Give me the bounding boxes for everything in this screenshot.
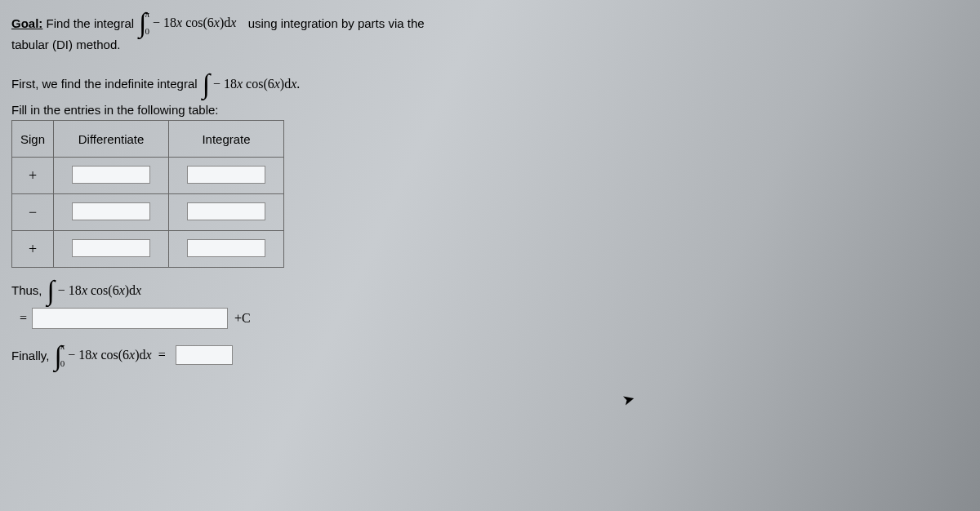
integrand-final: − 18x cos(6x)dx = — [68, 348, 165, 362]
header-sign: Sign — [12, 121, 54, 158]
diff-input-2[interactable] — [72, 202, 150, 220]
equals-sign: = — [20, 311, 27, 326]
integrand-thus: − 18x cos(6x)dx — [58, 283, 141, 298]
goal-line-1: Goal: Find the integral ∫ π 0 − 18x cos(… — [11, 11, 969, 34]
equals-line: = +C — [11, 308, 969, 329]
integral-sign-icon: ∫ — [203, 73, 210, 95]
goal-label: Goal: — [11, 16, 42, 30]
cursor-icon: ➤ — [620, 389, 636, 409]
finally-line: Finally, ∫ π 0 − 18x cos(6x)dx = — [11, 344, 969, 367]
sign-cell: + — [29, 167, 37, 184]
fill-line: Fill in the entries in the following tab… — [11, 103, 969, 117]
goal-text: Find the integral — [42, 16, 134, 30]
header-int: Integrate — [169, 121, 284, 158]
indefinite-integral: ∫ − 18x cos(6x)dx. — [203, 73, 301, 95]
integrand-goal: − 18x cos(6x)dx — [153, 16, 236, 30]
indef-integral-thus: ∫ − 18x cos(6x)dx — [47, 279, 142, 301]
first-text: First, we find the indefinite integral — [11, 77, 198, 91]
problem-page: Goal: Find the integral ∫ π 0 − 18x cos(… — [0, 0, 980, 378]
int-input-2[interactable] — [187, 202, 265, 220]
header-diff: Differentiate — [54, 121, 169, 158]
thus-label: Thus, — [11, 283, 42, 297]
integral-sign-icon: ∫ — [47, 279, 55, 301]
table-row: − — [12, 194, 284, 231]
finally-label: Finally, — [11, 349, 49, 362]
indefinite-line: First, we find the indefinite integral ∫… — [11, 73, 969, 95]
sign-cell: − — [29, 204, 37, 220]
final-answer-input[interactable] — [176, 345, 233, 365]
int-input-3[interactable] — [187, 239, 265, 257]
goal-tail: using integration by parts via the — [241, 16, 424, 30]
diff-input-3[interactable] — [72, 239, 150, 257]
antiderivative-input[interactable] — [32, 308, 228, 329]
di-table: Sign Differentiate Integrate + − + — [11, 120, 284, 268]
definite-integral-final: ∫ π 0 − 18x cos(6x)dx = — [54, 344, 165, 367]
di-header-row: Sign Differentiate Integrate — [12, 121, 284, 158]
integrand-indef: − 18x cos(6x)dx. — [213, 77, 300, 91]
goal-line-2: tabular (DI) method. — [11, 38, 969, 51]
table-row: + — [12, 231, 284, 268]
plus-c: +C — [234, 311, 251, 326]
definite-integral-goal: ∫ π 0 − 18x cos(6x)dx — [139, 11, 236, 34]
int-input-1[interactable] — [187, 166, 265, 184]
table-row: + — [12, 158, 284, 194]
thus-line: Thus, ∫ − 18x cos(6x)dx — [11, 279, 969, 301]
sign-cell: + — [29, 241, 37, 257]
diff-input-1[interactable] — [72, 166, 150, 184]
